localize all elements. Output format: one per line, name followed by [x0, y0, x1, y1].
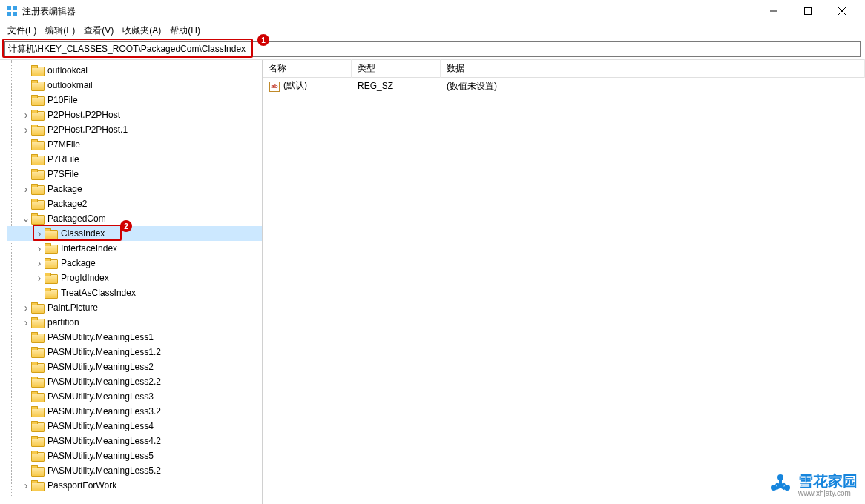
tree-node-label: P2PHost.P2PHost.1	[46, 125, 129, 135]
folder-icon	[31, 184, 43, 194]
tree-node-label: PackagedCom	[46, 213, 108, 224]
folder-icon	[45, 288, 56, 298]
tree-node-label: Paint.Picture	[46, 302, 99, 313]
tree-node[interactable]: outlookcal	[7, 63, 262, 78]
maximize-button[interactable]	[791, 0, 825, 22]
tree-node[interactable]: P2PHost.P2PHost.1	[7, 122, 262, 137]
chevron-right-icon[interactable]	[34, 274, 45, 282]
chevron-right-icon[interactable]	[34, 230, 45, 237]
svg-rect-3	[13, 12, 17, 16]
tree-node-label: InterfaceIndex	[59, 243, 119, 253]
chevron-right-icon[interactable]	[21, 126, 31, 133]
annotation-badge-2: 2	[120, 220, 132, 232]
column-header-data[interactable]: 数据	[441, 59, 865, 78]
tree-node[interactable]: PASMUtility.MeaningLess3	[7, 389, 262, 404]
watermark-url: www.xhjaty.com	[798, 489, 858, 497]
chevron-right-icon[interactable]	[34, 259, 45, 267]
folder-icon	[31, 199, 43, 209]
folder-icon	[31, 317, 43, 328]
menu-favorites[interactable]: 收藏夹(A)	[118, 23, 165, 39]
tree-node[interactable]: PASMUtility.MeaningLess1.2	[7, 345, 262, 359]
tree-node-label: P10File	[46, 95, 79, 105]
tree-node[interactable]: Package	[7, 256, 262, 271]
menu-edit[interactable]: 编辑(E)	[41, 23, 79, 39]
tree-node-label: PASMUtility.MeaningLess2	[46, 362, 155, 372]
value-name-cell: ab(默认)	[263, 76, 352, 96]
tree-node[interactable]: PASMUtility.MeaningLess5	[7, 448, 262, 463]
tree-node[interactable]: PASMUtility.MeaningLess2	[7, 359, 262, 374]
tree-node[interactable]: outlookmail	[7, 78, 262, 93]
tree-node[interactable]: InterfaceIndex	[7, 241, 262, 256]
annotation-badge-1: 1	[257, 34, 269, 46]
tree-node[interactable]: PASMUtility.MeaningLess4.2	[7, 434, 262, 448]
folder-icon	[31, 213, 43, 224]
main-split: outlookcaloutlookmailP10FileP2PHost.P2PH…	[0, 59, 865, 504]
addressbar-container: 1	[0, 39, 865, 59]
folder-icon	[31, 436, 43, 446]
tree-node-label: Package2	[46, 199, 88, 209]
chevron-right-icon[interactable]	[21, 482, 31, 489]
tree-node[interactable]: PASMUtility.MeaningLess5.2	[7, 463, 262, 478]
folder-icon	[31, 95, 43, 105]
minimize-button[interactable]	[757, 0, 791, 22]
folder-icon	[31, 362, 43, 372]
tree-node-label: Package	[46, 184, 84, 194]
tree-node-label: PASMUtility.MeaningLess3	[46, 391, 155, 402]
values-pane: 名称 类型 数据 ab(默认)REG_SZ(数值未设置)	[263, 60, 865, 504]
tree-node[interactable]: PASMUtility.MeaningLess1	[7, 330, 262, 345]
tree-node[interactable]: partition	[7, 315, 262, 330]
column-header-name[interactable]: 名称	[263, 59, 352, 78]
chevron-right-icon[interactable]	[21, 185, 31, 193]
folder-icon	[31, 451, 43, 461]
folder-icon	[31, 65, 43, 76]
chevron-right-icon[interactable]	[21, 304, 31, 311]
close-button[interactable]	[825, 0, 859, 22]
folder-icon	[31, 302, 43, 313]
tree-node[interactable]: P10File	[7, 93, 262, 107]
tree-node-label: outlookcal	[46, 65, 89, 76]
menu-help[interactable]: 帮助(H)	[165, 23, 205, 39]
tree-node[interactable]: PackagedCom	[7, 211, 262, 226]
folder-icon	[31, 377, 43, 387]
tree-pane[interactable]: outlookcaloutlookmailP10FileP2PHost.P2PH…	[0, 60, 263, 504]
tree-node[interactable]: Paint.Picture	[7, 300, 262, 315]
chevron-right-icon[interactable]	[21, 111, 31, 119]
folder-icon	[31, 154, 43, 165]
tree-node[interactable]: P7SFile	[7, 167, 262, 182]
tree-node[interactable]: Package	[7, 182, 262, 196]
tree-node[interactable]: PASMUtility.MeaningLess3.2	[7, 404, 262, 419]
tree-node[interactable]: PASMUtility.MeaningLess4	[7, 419, 262, 434]
folder-icon	[45, 243, 56, 253]
tree-node[interactable]: Package2	[7, 196, 262, 211]
tree-node-label: PASMUtility.MeaningLess3.2	[46, 406, 162, 417]
tree-node-label: TreatAsClassIndex	[59, 288, 137, 298]
chevron-right-icon[interactable]	[34, 245, 45, 252]
value-type-cell: REG_SZ	[352, 78, 441, 94]
folder-icon	[31, 480, 43, 491]
registry-tree: outlookcaloutlookmailP10FileP2PHost.P2PH…	[0, 60, 262, 496]
tree-node-label: outlookmail	[46, 80, 94, 90]
menu-view[interactable]: 查看(V)	[79, 23, 118, 39]
tree-node[interactable]: P7MFile	[7, 137, 262, 152]
svg-rect-0	[7, 6, 11, 10]
tree-node[interactable]: PASMUtility.MeaningLess2.2	[7, 374, 262, 389]
column-header-type[interactable]: 类型	[352, 59, 441, 78]
menu-file[interactable]: 文件(F)	[3, 23, 41, 39]
tree-node-label: PassportForWork	[46, 480, 118, 491]
tree-node[interactable]: ProgIdIndex	[7, 271, 262, 285]
tree-node[interactable]: ClassIndex	[7, 226, 262, 241]
folder-icon	[31, 421, 43, 431]
app-icon	[6, 5, 18, 17]
tree-node-label: ClassIndex	[59, 228, 106, 239]
folder-icon	[31, 406, 43, 417]
folder-icon	[31, 391, 43, 402]
tree-node[interactable]: PassportForWork	[7, 478, 262, 493]
tree-node[interactable]: P2PHost.P2PHost	[7, 107, 262, 122]
value-row[interactable]: ab(默认)REG_SZ(数值未设置)	[263, 78, 865, 94]
address-input[interactable]	[4, 41, 861, 57]
chevron-down-icon[interactable]	[21, 215, 31, 222]
chevron-right-icon[interactable]	[21, 319, 31, 326]
tree-node[interactable]: TreatAsClassIndex	[7, 285, 262, 300]
tree-node[interactable]: P7RFile	[7, 152, 262, 167]
svg-rect-2	[7, 12, 11, 16]
